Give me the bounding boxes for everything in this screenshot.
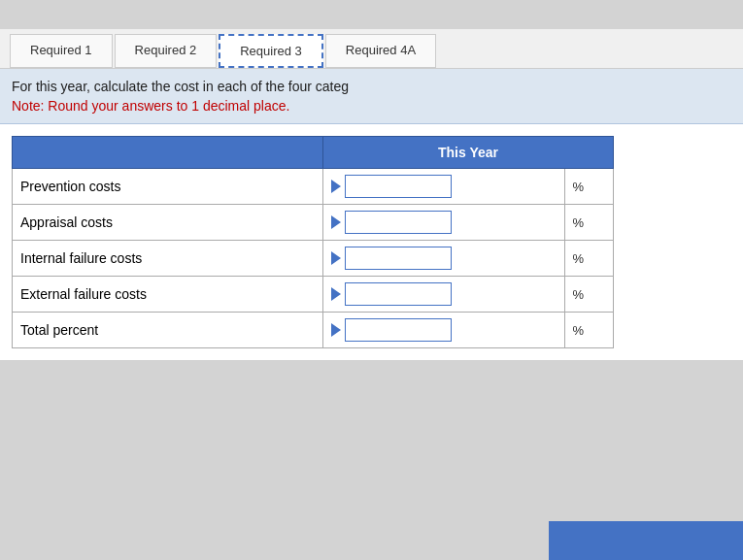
tab-required1-label: Required 1 (30, 43, 92, 57)
external-percent: % (564, 277, 613, 313)
triangle-icon (331, 323, 341, 337)
row-value-appraisal (323, 205, 565, 241)
row-label-external: External failure costs (13, 277, 323, 313)
row-value-internal (323, 241, 565, 277)
row-value-external (323, 277, 565, 313)
row-value-prevention (323, 169, 565, 205)
row-label-internal: Internal failure costs (13, 241, 323, 277)
tab-required2[interactable]: Required 2 (115, 34, 218, 68)
table-row: Appraisal costs % (13, 205, 614, 241)
table-row: Internal failure costs % (13, 241, 614, 277)
triangle-icon (331, 215, 341, 229)
table-row total-row: Total percent % (13, 313, 614, 348)
tab-required3[interactable]: Required 3 (219, 34, 323, 68)
tabs-container: Required 1 Required 2 Required 3 Require… (0, 29, 743, 69)
tab-required1[interactable]: Required 1 (10, 34, 113, 68)
prevention-input[interactable] (345, 175, 452, 198)
row-value-total (323, 313, 565, 348)
cost-table: This Year Prevention costs % Appraisal c… (12, 136, 614, 348)
appraisal-percent: % (564, 205, 613, 241)
instructions-note: Note: Round your answers to 1 decimal pl… (12, 98, 731, 114)
tab-required4a-label: Required 4A (346, 43, 416, 57)
table-header-value: This Year (323, 137, 614, 169)
tab-required3-label: Required 3 (240, 44, 302, 58)
triangle-icon (331, 180, 341, 193)
table-header-label (13, 137, 323, 169)
row-label-total: Total percent (13, 313, 323, 348)
total-percent: % (564, 313, 613, 348)
bottom-button-bar[interactable] (549, 521, 743, 560)
appraisal-input[interactable] (345, 211, 452, 234)
instructions-area: For this year, calculate the cost in eac… (0, 69, 743, 124)
external-input[interactable] (345, 282, 452, 306)
row-label-prevention: Prevention costs (13, 169, 323, 205)
internal-input[interactable] (345, 247, 452, 270)
triangle-icon (331, 287, 341, 301)
tab-required2-label: Required 2 (135, 43, 197, 57)
table-container: This Year Prevention costs % Appraisal c… (0, 124, 743, 360)
triangle-icon (331, 251, 341, 265)
internal-percent: % (564, 241, 613, 277)
top-bar (0, 0, 743, 29)
tab-required4a[interactable]: Required 4A (325, 34, 436, 68)
row-label-appraisal: Appraisal costs (13, 205, 323, 241)
instructions-main: For this year, calculate the cost in eac… (12, 79, 731, 94)
table-row: Prevention costs % (13, 169, 614, 205)
table-row: External failure costs % (13, 277, 614, 313)
total-input[interactable] (345, 318, 452, 342)
prevention-percent: % (564, 169, 613, 205)
